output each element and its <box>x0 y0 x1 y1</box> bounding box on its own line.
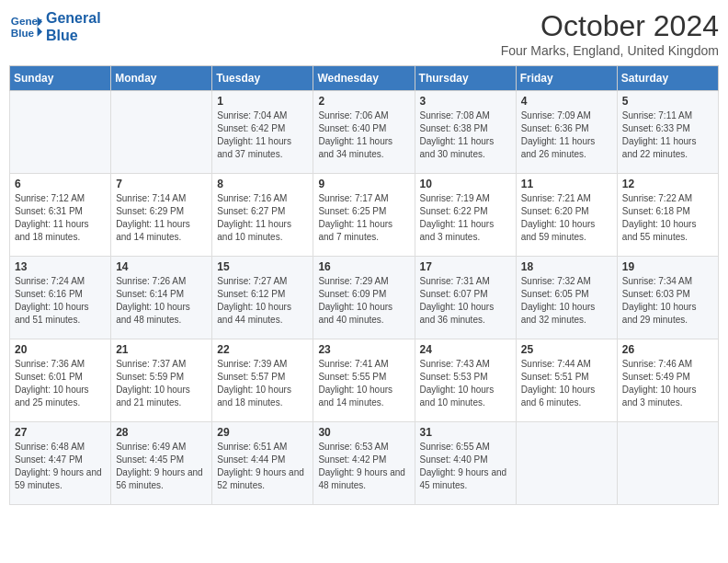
day-number: 13 <box>15 260 106 273</box>
calendar-week-1: 1Sunrise: 7:04 AM Sunset: 6:42 PM Daylig… <box>10 91 719 174</box>
day-content: Sunrise: 7:29 AM Sunset: 6:09 PM Dayligh… <box>318 275 409 327</box>
calendar-cell: 20Sunrise: 7:36 AM Sunset: 6:01 PM Dayli… <box>10 339 111 422</box>
day-number: 1 <box>217 95 308 108</box>
day-number: 25 <box>521 343 612 356</box>
day-content: Sunrise: 7:26 AM Sunset: 6:14 PM Dayligh… <box>116 275 207 327</box>
calendar-cell: 29Sunrise: 6:51 AM Sunset: 4:44 PM Dayli… <box>212 422 313 505</box>
day-number: 31 <box>420 426 511 439</box>
day-number: 18 <box>521 260 612 273</box>
day-content: Sunrise: 6:53 AM Sunset: 4:42 PM Dayligh… <box>318 441 409 492</box>
month-title: October 2024 <box>501 9 719 43</box>
day-content: Sunrise: 7:27 AM Sunset: 6:12 PM Dayligh… <box>217 275 308 327</box>
calendar-cell: 30Sunrise: 6:53 AM Sunset: 4:42 PM Dayli… <box>313 422 415 505</box>
day-number: 23 <box>318 343 409 356</box>
day-content: Sunrise: 6:48 AM Sunset: 4:47 PM Dayligh… <box>15 441 106 492</box>
calendar-cell: 27Sunrise: 6:48 AM Sunset: 4:47 PM Dayli… <box>10 422 111 505</box>
calendar-cell: 10Sunrise: 7:19 AM Sunset: 6:22 PM Dayli… <box>415 174 516 257</box>
day-header-friday: Friday <box>516 66 617 91</box>
calendar-week-5: 27Sunrise: 6:48 AM Sunset: 4:47 PM Dayli… <box>10 422 719 505</box>
calendar-header: SundayMondayTuesdayWednesdayThursdayFrid… <box>10 66 719 91</box>
calendar-cell: 11Sunrise: 7:21 AM Sunset: 6:20 PM Dayli… <box>516 174 617 257</box>
day-content: Sunrise: 6:51 AM Sunset: 4:44 PM Dayligh… <box>217 441 308 492</box>
day-content: Sunrise: 7:24 AM Sunset: 6:16 PM Dayligh… <box>15 275 106 327</box>
calendar-cell: 26Sunrise: 7:46 AM Sunset: 5:49 PM Dayli… <box>617 339 718 422</box>
day-content: Sunrise: 7:37 AM Sunset: 5:59 PM Dayligh… <box>116 358 207 409</box>
day-content: Sunrise: 7:08 AM Sunset: 6:38 PM Dayligh… <box>420 109 511 161</box>
page-header: General Blue General Blue October 2024 F… <box>9 9 719 58</box>
calendar-week-4: 20Sunrise: 7:36 AM Sunset: 6:01 PM Dayli… <box>10 339 719 422</box>
calendar-cell: 13Sunrise: 7:24 AM Sunset: 6:16 PM Dayli… <box>10 257 111 339</box>
day-header-tuesday: Tuesday <box>212 66 313 91</box>
day-content: Sunrise: 7:16 AM Sunset: 6:27 PM Dayligh… <box>217 192 308 244</box>
calendar-cell: 24Sunrise: 7:43 AM Sunset: 5:53 PM Dayli… <box>415 339 516 422</box>
day-number: 2 <box>318 95 409 108</box>
day-content: Sunrise: 7:12 AM Sunset: 6:31 PM Dayligh… <box>15 192 106 244</box>
day-content: Sunrise: 7:31 AM Sunset: 6:07 PM Dayligh… <box>420 275 511 327</box>
calendar-cell <box>617 422 718 505</box>
calendar-table: SundayMondayTuesdayWednesdayThursdayFrid… <box>9 65 719 505</box>
day-header-wednesday: Wednesday <box>313 66 415 91</box>
calendar-cell: 4Sunrise: 7:09 AM Sunset: 6:36 PM Daylig… <box>516 91 617 174</box>
calendar-week-2: 6Sunrise: 7:12 AM Sunset: 6:31 PM Daylig… <box>10 174 719 257</box>
day-content: Sunrise: 7:43 AM Sunset: 5:53 PM Dayligh… <box>420 358 511 409</box>
calendar-cell: 22Sunrise: 7:39 AM Sunset: 5:57 PM Dayli… <box>212 339 313 422</box>
calendar-cell: 25Sunrise: 7:44 AM Sunset: 5:51 PM Dayli… <box>516 339 617 422</box>
day-number: 29 <box>217 426 308 439</box>
day-number: 4 <box>521 95 612 108</box>
day-content: Sunrise: 7:22 AM Sunset: 6:18 PM Dayligh… <box>622 192 713 244</box>
calendar-cell: 6Sunrise: 7:12 AM Sunset: 6:31 PM Daylig… <box>10 174 111 257</box>
day-number: 6 <box>15 178 106 190</box>
day-number: 15 <box>217 260 308 273</box>
day-content: Sunrise: 7:39 AM Sunset: 5:57 PM Dayligh… <box>217 358 308 409</box>
calendar-cell: 5Sunrise: 7:11 AM Sunset: 6:33 PM Daylig… <box>617 91 718 174</box>
day-number: 19 <box>622 260 713 273</box>
day-number: 10 <box>420 178 511 190</box>
day-number: 22 <box>217 343 308 356</box>
day-content: Sunrise: 7:04 AM Sunset: 6:42 PM Dayligh… <box>217 109 308 161</box>
day-content: Sunrise: 6:49 AM Sunset: 4:45 PM Dayligh… <box>116 441 207 492</box>
location: Four Marks, England, United Kingdom <box>501 43 719 58</box>
day-number: 16 <box>318 260 409 273</box>
day-content: Sunrise: 7:36 AM Sunset: 6:01 PM Dayligh… <box>15 358 106 409</box>
logo-line2: Blue <box>46 27 101 44</box>
day-number: 11 <box>521 178 612 190</box>
day-content: Sunrise: 7:21 AM Sunset: 6:20 PM Dayligh… <box>521 192 612 244</box>
day-content: Sunrise: 7:09 AM Sunset: 6:36 PM Dayligh… <box>521 109 612 161</box>
calendar-cell: 12Sunrise: 7:22 AM Sunset: 6:18 PM Dayli… <box>617 174 718 257</box>
day-number: 14 <box>116 260 207 273</box>
calendar-cell: 3Sunrise: 7:08 AM Sunset: 6:38 PM Daylig… <box>415 91 516 174</box>
logo: General Blue General Blue <box>9 9 101 44</box>
calendar-cell: 14Sunrise: 7:26 AM Sunset: 6:14 PM Dayli… <box>111 257 212 339</box>
logo-line1: General <box>46 9 101 27</box>
svg-text:Blue: Blue <box>11 27 35 39</box>
day-content: Sunrise: 7:17 AM Sunset: 6:25 PM Dayligh… <box>318 192 409 244</box>
day-number: 5 <box>622 95 713 108</box>
day-content: Sunrise: 7:14 AM Sunset: 6:29 PM Dayligh… <box>116 192 207 244</box>
day-header-sunday: Sunday <box>10 66 111 91</box>
day-content: Sunrise: 7:46 AM Sunset: 5:49 PM Dayligh… <box>622 358 713 409</box>
day-number: 9 <box>318 178 409 190</box>
calendar-cell: 16Sunrise: 7:29 AM Sunset: 6:09 PM Dayli… <box>313 257 415 339</box>
calendar-cell <box>111 91 212 174</box>
calendar-cell: 15Sunrise: 7:27 AM Sunset: 6:12 PM Dayli… <box>212 257 313 339</box>
calendar-cell: 18Sunrise: 7:32 AM Sunset: 6:05 PM Dayli… <box>516 257 617 339</box>
calendar-cell: 17Sunrise: 7:31 AM Sunset: 6:07 PM Dayli… <box>415 257 516 339</box>
calendar-cell: 7Sunrise: 7:14 AM Sunset: 6:29 PM Daylig… <box>111 174 212 257</box>
day-content: Sunrise: 7:19 AM Sunset: 6:22 PM Dayligh… <box>420 192 511 244</box>
calendar-cell: 28Sunrise: 6:49 AM Sunset: 4:45 PM Dayli… <box>111 422 212 505</box>
calendar-cell: 23Sunrise: 7:41 AM Sunset: 5:55 PM Dayli… <box>313 339 415 422</box>
day-number: 26 <box>622 343 713 356</box>
day-content: Sunrise: 7:34 AM Sunset: 6:03 PM Dayligh… <box>622 275 713 327</box>
calendar-cell: 31Sunrise: 6:55 AM Sunset: 4:40 PM Dayli… <box>415 422 516 505</box>
calendar-week-3: 13Sunrise: 7:24 AM Sunset: 6:16 PM Dayli… <box>10 257 719 339</box>
day-header-thursday: Thursday <box>415 66 516 91</box>
day-number: 17 <box>420 260 511 273</box>
day-number: 24 <box>420 343 511 356</box>
day-content: Sunrise: 6:55 AM Sunset: 4:40 PM Dayligh… <box>420 441 511 492</box>
calendar-cell: 9Sunrise: 7:17 AM Sunset: 6:25 PM Daylig… <box>313 174 415 257</box>
calendar-cell <box>10 91 111 174</box>
calendar-cell: 8Sunrise: 7:16 AM Sunset: 6:27 PM Daylig… <box>212 174 313 257</box>
day-number: 7 <box>116 178 207 190</box>
day-number: 8 <box>217 178 308 190</box>
calendar-cell: 19Sunrise: 7:34 AM Sunset: 6:03 PM Dayli… <box>617 257 718 339</box>
